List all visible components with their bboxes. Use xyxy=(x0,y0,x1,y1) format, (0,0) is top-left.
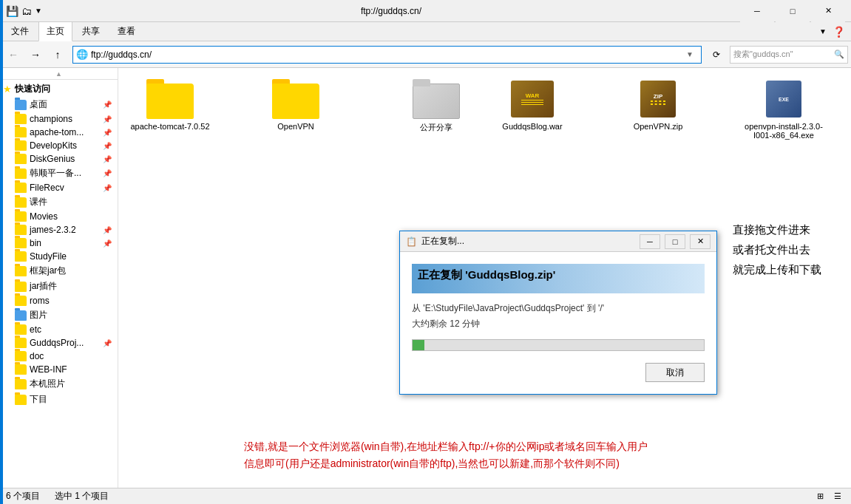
developkits-folder-icon xyxy=(15,140,27,151)
dialog-close-button[interactable]: ✕ xyxy=(690,234,711,249)
file-item-openvpn-folder[interactable]: OpenVPN xyxy=(251,75,340,143)
file-label-exe: openvpn-install-2.3.0-I001-x86_64.exe xyxy=(743,122,824,140)
save-icon: 💾 xyxy=(6,5,18,17)
quick-access-header[interactable]: ★ 快速访问 xyxy=(0,81,118,97)
sidebar-item-label-james: james-2.3.2 xyxy=(30,225,76,235)
sidebar-scroll-up[interactable]: ▲ xyxy=(0,68,118,80)
address-bar[interactable]: 🌐 ftp://guddqs.cn/ ▼ xyxy=(72,46,702,64)
pin-icon-apache: 📌 xyxy=(103,129,112,137)
champions-folder-icon xyxy=(15,114,27,124)
annotation-line3: 就完成上传和下载 xyxy=(733,259,821,279)
etc-folder-icon xyxy=(15,324,27,335)
view-list-button[interactable]: ☰ xyxy=(830,491,845,503)
sidebar-item-bin[interactable]: bin 📌 xyxy=(0,236,118,250)
sidebar-item-webinf[interactable]: WEB-INF xyxy=(0,363,118,376)
bottom-desc-line2: 信息即可(用户还是administrator(win自带的ftp),当然也可以新… xyxy=(244,455,844,471)
sidebar-item-james[interactable]: james-2.3.2 📌 xyxy=(0,223,118,236)
desktop-folder-icon xyxy=(15,100,27,110)
movies-folder-icon xyxy=(15,211,27,222)
dropdown-icon[interactable]: ▼ xyxy=(35,7,42,15)
address-icon: 🌐 xyxy=(76,49,88,61)
sidebar-item-label-studyfile: StudyFile xyxy=(30,251,67,262)
tab-file[interactable]: 文件 xyxy=(3,21,37,41)
bottom-desc-line1: 没错,就是一个文件浏览器(win自带),在地址栏输入ftp://+你的公网ip或… xyxy=(244,438,844,454)
minimize-button[interactable]: ─ xyxy=(740,0,774,22)
bottom-description: 没错,就是一个文件浏览器(win自带),在地址栏输入ftp://+你的公网ip或… xyxy=(244,438,844,471)
sidebar-item-guddqsproj[interactable]: GuddqsProj... 📌 xyxy=(0,336,118,350)
status-bar: 6 个项目 选中 1 个项目 ⊞ ☰ xyxy=(0,488,851,504)
dialog-title-text: 正在复制... xyxy=(421,235,635,248)
sidebar-item-diskgenius[interactable]: DiskGenius 📌 xyxy=(0,152,118,166)
refresh-button[interactable]: ⟳ xyxy=(708,46,725,64)
file-item-apache[interactable]: apache-tomcat-7.0.52 xyxy=(126,75,214,143)
tab-share[interactable]: 共享 xyxy=(74,21,108,41)
file-item-gongkaifenxiang[interactable]: 公开分享 xyxy=(392,75,481,143)
sidebar-quick-access-section: ★ 快速访问 桌面 📌 champions 📌 apache-tom... 📌 xyxy=(0,80,118,409)
kuangjia-folder-icon xyxy=(15,266,27,276)
cancel-button[interactable]: 取消 xyxy=(645,363,705,382)
sidebar-item-roms[interactable]: roms xyxy=(0,294,118,307)
file-item-exe[interactable]: EXE openvpn-install-2.3.0-I001-x86_64.ex… xyxy=(739,75,828,143)
sidebar-item-label-diskgenius: DiskGenius xyxy=(30,154,75,164)
sidebar-item-hanshunping[interactable]: 韩顺平一备... 📌 xyxy=(0,166,118,181)
maximize-button[interactable]: □ xyxy=(776,0,810,22)
search-box[interactable]: 搜索"guddqs.cn" 🔍 xyxy=(730,46,848,64)
xia-folder-icon xyxy=(15,395,27,405)
sidebar-item-label-desktop: 桌面 xyxy=(30,98,47,111)
status-selected-count: 选中 1 个项目 xyxy=(55,490,109,503)
dialog-minimize-button[interactable]: ─ xyxy=(640,234,660,249)
han-folder-icon xyxy=(15,168,27,179)
dialog-body: 正在复制 'GuddqsBlog.zip' 从 'E:\StudyFile\Ja… xyxy=(400,252,716,394)
forward-button[interactable]: → xyxy=(25,44,46,65)
file-item-zip[interactable]: ZIP OpenVPN.zip xyxy=(614,75,702,143)
guddqsproj-folder-icon xyxy=(15,338,27,348)
studyfile-folder-icon xyxy=(15,251,27,262)
apache-folder-big xyxy=(146,79,194,119)
tab-home[interactable]: 主页 xyxy=(38,21,72,41)
ribbon-expand-icon[interactable]: ▼ xyxy=(816,24,830,38)
sidebar-item-xia[interactable]: 下目 xyxy=(0,392,118,407)
sidebar-item-label-han: 韩顺平一备... xyxy=(30,167,81,180)
dialog-maximize-button[interactable]: □ xyxy=(665,234,685,249)
back-button[interactable]: ← xyxy=(3,44,24,65)
sidebar-item-photos[interactable]: 图片 xyxy=(0,307,118,323)
help-icon[interactable]: ❓ xyxy=(830,23,848,41)
up-button[interactable]: ↑ xyxy=(47,44,68,65)
sidebar-item-developkits[interactable]: DevelopKits 📌 xyxy=(0,139,118,152)
file-item-war[interactable]: WAR GuddqsBlog.war xyxy=(488,75,577,143)
sidebar-item-movies[interactable]: Movies xyxy=(0,210,118,223)
star-icon: ★ xyxy=(3,84,12,95)
sidebar-item-label-jar: jar插件 xyxy=(30,280,57,293)
sidebar-item-label-developkits: DevelopKits xyxy=(30,140,77,151)
sidebar-item-doc[interactable]: doc xyxy=(0,350,118,363)
file-label-zip: OpenVPN.zip xyxy=(634,122,683,131)
dialog-source-info: 从 'E:\StudyFile\JavaProject\GuddqsProjec… xyxy=(412,302,705,315)
openvpn-folder-big xyxy=(272,79,319,119)
close-button[interactable]: ✕ xyxy=(811,0,845,22)
address-dropdown-icon[interactable]: ▼ xyxy=(686,50,698,58)
sidebar-item-jar[interactable]: jar插件 xyxy=(0,279,118,294)
sidebar-item-label-kejian: 课件 xyxy=(30,196,47,208)
sidebar-item-desktop[interactable]: 桌面 📌 xyxy=(0,97,118,112)
sidebar-item-filerecv[interactable]: FileRecv 📌 xyxy=(0,181,118,194)
ribbon: 文件 主页 共享 查看 ▼ ❓ xyxy=(0,22,851,41)
sidebar-item-label-champions: champions xyxy=(30,114,72,124)
sidebar-item-localphoto[interactable]: 本机照片 xyxy=(0,376,118,392)
sidebar-item-etc[interactable]: etc xyxy=(0,323,118,336)
tab-view[interactable]: 查看 xyxy=(109,21,143,41)
sidebar-item-champions[interactable]: champions 📌 xyxy=(0,112,118,126)
diskgenius-folder-icon xyxy=(15,154,27,164)
progress-track xyxy=(412,339,705,351)
pin-icon-james: 📌 xyxy=(103,226,112,234)
sidebar-item-apache[interactable]: apache-tom... 📌 xyxy=(0,126,118,139)
sidebar-item-kejian[interactable]: 课件 xyxy=(0,194,118,210)
main-layout: ▲ ★ 快速访问 桌面 📌 champions 📌 apache-tom... … xyxy=(0,68,851,488)
sidebar-item-kuangjia[interactable]: 框架jar包 xyxy=(0,263,118,279)
quick-access-label: 快速访问 xyxy=(15,83,50,95)
sidebar-item-studyfile[interactable]: StudyFile xyxy=(0,250,118,263)
war-icon: WAR xyxy=(509,79,556,119)
sidebar-item-label-kuangjia: 框架jar包 xyxy=(30,265,66,277)
sidebar-item-label-guddqsproj: GuddqsProj... xyxy=(30,338,84,348)
view-grid-button[interactable]: ⊞ xyxy=(813,491,827,503)
window-title: ftp://guddqs.cn/ xyxy=(42,6,740,16)
